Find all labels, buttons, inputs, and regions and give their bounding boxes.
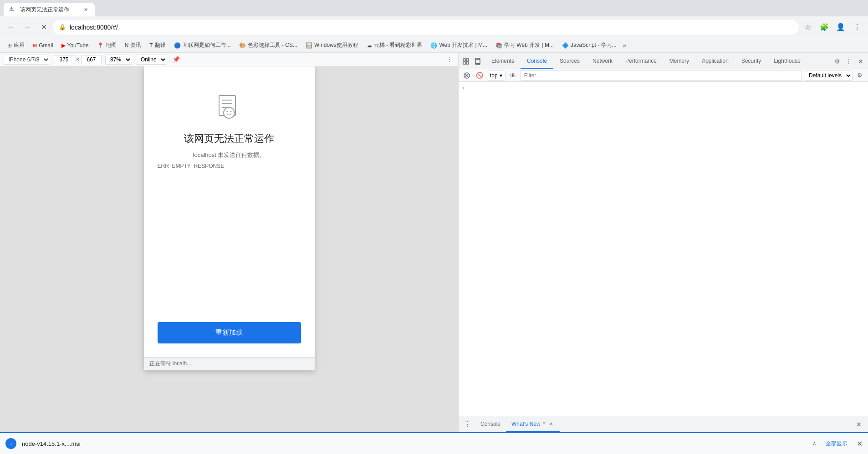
error-page: 该网页无法正常运作 localhost 未发送任何数据。 ERR_EMPTY_R…: [144, 66, 315, 357]
error-title: 该网页无法正常运作: [184, 132, 274, 146]
dimension-separator: ×: [76, 56, 79, 63]
bottom-tab-whatsnew[interactable]: What's New * ✕: [506, 416, 560, 432]
svg-point-4: [224, 107, 235, 118]
browser-shell: ⚠ 该网页无法正常运作 ✕ ← → ✕ 🔒 localhost:8080/#/ …: [0, 0, 868, 454]
devtools-tab-application[interactable]: Application: [695, 54, 735, 69]
bookmark-color[interactable]: 🎨 色彩选择工具 - CS...: [235, 40, 301, 51]
svg-point-6: [230, 111, 232, 112]
eye-button[interactable]: 👁: [507, 70, 518, 81]
devtools-tab-lighthouse[interactable]: Lighthouse: [767, 54, 807, 69]
reload-button[interactable]: 重新加载: [158, 322, 301, 343]
download-chevron[interactable]: ∧: [812, 440, 817, 447]
bookmark-label: YouTube: [67, 42, 89, 49]
main-content: iPhone 6/7/8 × 87% Online 📌: [0, 53, 868, 432]
device-toolbar: iPhone 6/7/8 × 87% Online 📌: [0, 53, 458, 66]
network-selector[interactable]: Online: [136, 55, 167, 65]
devtools-tab-elements[interactable]: Elements: [485, 54, 521, 69]
height-input[interactable]: [81, 55, 102, 64]
phone-frame: 该网页无法正常运作 localhost 未发送任何数据。 ERR_EMPTY_R…: [144, 66, 315, 370]
reload-button[interactable]: ✕: [36, 20, 51, 35]
menu-button[interactable]: ⋮: [850, 20, 864, 35]
tab-close-button[interactable]: ✕: [82, 6, 89, 13]
bookmark-translate[interactable]: T 翻译: [146, 40, 169, 51]
bookmark-label: Web 开发技术 | M...: [439, 41, 487, 49]
bookmark-youtube[interactable]: ▶ YouTube: [58, 40, 92, 50]
gmail-icon: M: [33, 43, 37, 48]
context-selector[interactable]: top ▾: [487, 71, 505, 81]
back-button[interactable]: ←: [4, 20, 18, 35]
windows-icon: 🪟: [306, 42, 312, 49]
devtools-tab-network[interactable]: Network: [586, 54, 619, 69]
bookmark-label: JavaScript - 学习...: [571, 41, 617, 49]
bookmark-internet[interactable]: 🔵 互联网是如何工作...: [170, 40, 235, 51]
bottom-more-button[interactable]: ⋮: [460, 417, 475, 432]
error-code: ERR_EMPTY_RESPONSE: [158, 163, 225, 169]
bookmark-label: 翻译: [155, 41, 166, 49]
bookmark-js[interactable]: 🔷 JavaScript - 学习...: [558, 40, 620, 51]
devtools-settings-button[interactable]: ⚙: [832, 56, 842, 67]
bottom-tab-whatsnew-label: What's New: [511, 421, 541, 427]
active-tab[interactable]: ⚠ 该网页无法正常运作 ✕: [4, 3, 95, 16]
bookmark-button[interactable]: ☆: [801, 20, 815, 35]
device-toggle-button[interactable]: [472, 56, 483, 67]
address-bar[interactable]: 🔒 localhost:8080/#/: [53, 20, 799, 35]
bottom-tab-close-button[interactable]: ✕: [548, 421, 554, 427]
more-options-button[interactable]: ⋮: [444, 54, 454, 65]
device-toolbar-wrapper: iPhone 6/7/8 × 87% Online 📌: [0, 53, 458, 66]
devtools-tab-console[interactable]: Console: [521, 54, 553, 69]
console-settings-button[interactable]: ⚙: [854, 70, 865, 81]
whatsnew-badge: *: [543, 421, 545, 426]
bookmark-label: Gmail: [39, 42, 53, 49]
bottom-tab-console[interactable]: Console: [475, 416, 506, 432]
device-selector[interactable]: iPhone 6/7/8: [4, 55, 50, 65]
bottom-tabs: Console What's New * ✕: [475, 416, 560, 432]
close-all-button[interactable]: ✕: [852, 417, 866, 432]
devtools-close-button[interactable]: ✕: [855, 56, 866, 67]
error-icon: [215, 94, 243, 121]
bookmarks-more[interactable]: »: [621, 40, 628, 50]
bookmark-maps[interactable]: 📍 地图: [93, 40, 120, 51]
bookmark-label: 应用: [14, 41, 25, 49]
bookmark-ladder[interactable]: ☁ 云梯 - 看到精彩世界: [363, 40, 426, 51]
color-icon: 🎨: [239, 42, 246, 49]
profile-button[interactable]: 👤: [833, 20, 848, 35]
clear-console-button[interactable]: [461, 70, 472, 81]
bookmark-apps[interactable]: ⊞ 应用: [4, 40, 28, 51]
bookmark-news[interactable]: N 资讯: [121, 40, 145, 51]
devtools-tab-sources[interactable]: Sources: [553, 54, 586, 69]
forward-button[interactable]: →: [20, 20, 35, 35]
device-toolbar-actions: ⋮: [444, 54, 454, 65]
bookmark-learnweb[interactable]: 📚 学习 Web 开发 | M...: [492, 40, 557, 51]
devtools-toggle-buttons: [459, 56, 485, 69]
bookmark-label: 学习 Web 开发 | M...: [504, 41, 554, 49]
extensions-button[interactable]: 🧩: [817, 20, 832, 35]
bookmark-label: 云梯 - 看到精彩世界: [374, 41, 423, 49]
width-input[interactable]: [54, 55, 74, 64]
download-bar: ↓ node-v14.15.1-x....msi ∧ 全部显示 ✕: [0, 432, 868, 454]
devtools-more-button[interactable]: ⋮: [843, 56, 854, 67]
log-level-selector[interactable]: Default levels: [804, 71, 853, 81]
devtools-tab-memory[interactable]: Memory: [663, 54, 695, 69]
devtools-tab-security[interactable]: Security: [735, 54, 767, 69]
bookmark-webdev[interactable]: 🌐 Web 开发技术 | M...: [427, 40, 491, 51]
bookmark-pin-button[interactable]: 📌: [171, 54, 182, 65]
show-all-downloads-button[interactable]: 全部显示: [822, 438, 851, 449]
download-info: node-v14.15.1-x....msi: [22, 440, 807, 447]
news-icon: N: [125, 42, 129, 49]
svg-rect-8: [466, 59, 469, 61]
inspect-element-button[interactable]: [460, 56, 471, 67]
console-filter-button[interactable]: 🚫: [474, 70, 485, 81]
svg-point-5: [227, 111, 228, 112]
console-filter-input[interactable]: [520, 71, 802, 81]
download-close-button[interactable]: ✕: [857, 439, 863, 448]
js-icon: 🔷: [562, 42, 569, 49]
bookmark-gmail[interactable]: M Gmail: [29, 40, 57, 50]
tab-title: 该网页无法正常运作: [20, 6, 78, 14]
internet-icon: 🔵: [174, 42, 181, 49]
devtools-tab-performance[interactable]: Performance: [619, 54, 663, 69]
zoom-selector[interactable]: 87%: [105, 55, 132, 65]
svg-rect-10: [466, 62, 469, 64]
download-filename: node-v14.15.1-x....msi: [22, 440, 807, 447]
bookmark-windows[interactable]: 🪟 Windows使用教程: [302, 40, 362, 51]
ladder-icon: ☁: [367, 42, 372, 49]
